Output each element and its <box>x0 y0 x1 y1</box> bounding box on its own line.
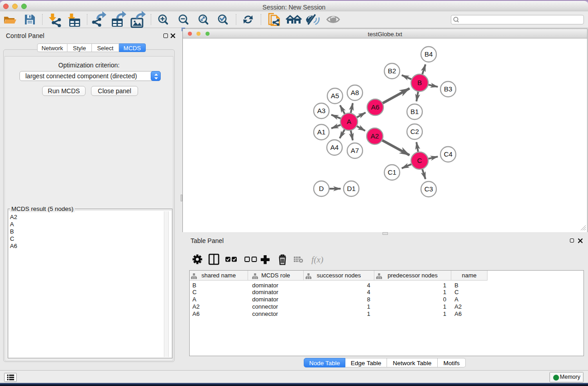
svg-text:f(x): f(x) <box>311 255 323 265</box>
svg-text:A2: A2 <box>371 132 379 140</box>
svg-text:A4: A4 <box>330 143 339 151</box>
svg-text:A3: A3 <box>317 107 325 114</box>
svg-text:B: B <box>417 79 422 86</box>
svg-text:D: D <box>319 185 324 192</box>
svg-text:B2: B2 <box>388 67 396 75</box>
svg-text:C2: C2 <box>410 128 419 135</box>
svg-text:C: C <box>417 157 422 164</box>
svg-text:C4: C4 <box>444 150 452 158</box>
svg-text:C3: C3 <box>424 185 433 193</box>
svg-text:A1: A1 <box>317 128 325 136</box>
svg-text:A: A <box>347 118 351 125</box>
svg-text:A8: A8 <box>351 89 359 96</box>
svg-text:A6: A6 <box>371 103 379 111</box>
svg-text:A5: A5 <box>331 92 339 100</box>
svg-text:C1: C1 <box>387 168 396 176</box>
svg-text:B4: B4 <box>425 50 433 58</box>
svg-text:B3: B3 <box>444 85 452 93</box>
svg-text:D1: D1 <box>347 185 355 192</box>
svg-text:A7: A7 <box>351 147 359 154</box>
svg-text:B1: B1 <box>411 108 419 115</box>
